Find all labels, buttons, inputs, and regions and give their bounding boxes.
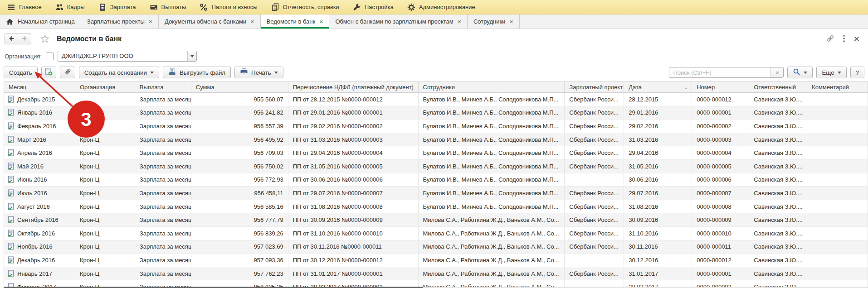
- cell-value: Милова С.А., Работкина Ж.Д., Ваньков А.М…: [423, 243, 559, 250]
- menu-item-settings[interactable]: Настройка: [353, 3, 394, 11]
- favorite-star-icon[interactable]: [40, 34, 49, 43]
- table-row[interactable]: Февраль 2016Крон-ЦЗарплата за месяц956 5…: [4, 120, 868, 133]
- table-row[interactable]: Апрель 2016Крон-ЦЗарплата за месяц956 70…: [4, 146, 868, 160]
- cell-comment: [807, 187, 868, 200]
- create-button[interactable]: Создать: [4, 67, 38, 78]
- menu-item-salary[interactable]: Зарплата: [98, 3, 136, 11]
- tab-close-icon[interactable]: ×: [149, 19, 152, 25]
- table-row[interactable]: Октябрь 2016Крон-ЦЗарплата за месяц956 8…: [4, 227, 868, 240]
- tab-bank-exchange-docs[interactable]: Документы обмена с банками×: [159, 14, 260, 29]
- attachments-button[interactable]: [60, 67, 75, 78]
- table-row[interactable]: Август 2016Крон-ЦЗарплата за месяц956 58…: [4, 200, 868, 214]
- cell-value: 29.02.2016: [629, 123, 658, 130]
- posted-document-icon: [8, 109, 15, 116]
- back-button[interactable]: [5, 34, 18, 44]
- tab-close-icon[interactable]: ×: [250, 19, 254, 25]
- cell-responsible: Савинская З.Ю....: [749, 146, 807, 159]
- cell-comment: [807, 200, 868, 213]
- tab-bank-statements[interactable]: Ведомости в банк×: [261, 14, 330, 29]
- tab-home[interactable]: Начальная страница: [0, 14, 81, 29]
- create-based-on-button[interactable]: Создать на основании: [79, 67, 159, 78]
- organization-combobox[interactable]: ДЖИНДЖЕР ГРУПП ООО: [58, 51, 197, 62]
- menu-item-hr[interactable]: Кадры: [55, 3, 85, 11]
- cell-comment: [807, 267, 868, 280]
- table-row[interactable]: Ноябрь 2016Крон-ЦЗарплата за месяц957 02…: [4, 240, 868, 254]
- print-button[interactable]: Печать: [234, 67, 283, 78]
- tab-employees[interactable]: Сотрудники×: [468, 14, 520, 29]
- chevron-down-icon: [838, 72, 841, 74]
- create-new-document-button[interactable]: [41, 67, 56, 78]
- menu-item-admin[interactable]: Администрирование: [407, 3, 475, 11]
- tab-bank-project-exchange[interactable]: Обмен с банками по зарплатным проектам×: [329, 14, 468, 29]
- tab-label: Сотрудники: [473, 18, 505, 25]
- document-plus-icon: [45, 68, 53, 77]
- organization-filter-checkbox[interactable]: [46, 53, 54, 60]
- menu-item-reports[interactable]: Отчетность, справки: [271, 3, 339, 11]
- cell-responsible: Савинская З.Ю....: [749, 93, 807, 106]
- menu-item-main[interactable]: Главное: [7, 3, 42, 11]
- column-header-date[interactable]: Дата↓: [624, 82, 692, 92]
- tab-label: Начальная страница: [18, 18, 75, 25]
- table-row[interactable]: Январь 2016Зарплата за месяц956 241,82ПП…: [4, 106, 868, 120]
- cell-value: Июль 2016: [17, 190, 47, 197]
- cell-value: Крон-Ц: [80, 136, 99, 143]
- cell-number: 0000-000001: [692, 106, 749, 120]
- table-row[interactable]: Сентябрь 2016Крон-ЦЗарплата за месяц956 …: [4, 213, 868, 227]
- column-header-payment[interactable]: Выплата: [135, 82, 191, 92]
- table-row[interactable]: Май 2016Крон-ЦЗарплата за месяц956 750,0…: [4, 160, 868, 173]
- column-header-comment[interactable]: Комментарий: [807, 82, 868, 92]
- cell-value: Сбербанк Росси...: [569, 149, 618, 156]
- table-row[interactable]: Декабрь 2015Зарплата за месяц955 560,07П…: [4, 93, 868, 106]
- cell-value: Декабрь 2015: [17, 96, 55, 103]
- link-icon[interactable]: [826, 34, 834, 44]
- cell-value: 956 458,11: [254, 190, 283, 197]
- column-header-number[interactable]: Номер: [692, 82, 749, 92]
- posted-document-icon: [8, 243, 15, 250]
- table-row[interactable]: Июль 2016Крон-ЦЗарплата за месяц956 458,…: [4, 187, 868, 200]
- cell-org: Крон-Ц: [75, 187, 135, 200]
- column-header-responsible[interactable]: Ответственный: [749, 82, 807, 92]
- cell-responsible: Савинская З.Ю....: [749, 227, 807, 240]
- posted-document-icon: [8, 176, 15, 183]
- clear-search-button[interactable]: ×: [770, 67, 783, 77]
- table-row[interactable]: Январь 2017Крон-ЦЗарплата за месяц957 76…: [4, 267, 868, 281]
- help-button[interactable]: ?: [850, 67, 864, 78]
- more-actions-button[interactable]: Еще: [816, 67, 846, 78]
- cell-pp: ПП от 31.03.2016 №0000-000003: [288, 133, 419, 146]
- cell-employees: Милова С.А., Работкина Ж.Д., Ваньков А.М…: [419, 213, 565, 226]
- cell-value: 0000-000012: [697, 96, 731, 103]
- column-header-sum[interactable]: Сумма: [191, 82, 288, 92]
- cell-org: Крон-Ц: [75, 160, 135, 173]
- tab-close-icon[interactable]: ×: [509, 19, 513, 25]
- search-options-button[interactable]: [787, 67, 813, 78]
- forward-button[interactable]: [18, 34, 31, 44]
- more-menu-icon[interactable]: [843, 34, 845, 44]
- column-header-employees[interactable]: Сотрудники: [419, 82, 565, 92]
- table-row[interactable]: Июнь 2016Крон-ЦЗарплата за месяц956 772,…: [4, 173, 868, 187]
- cell-value: Зарплата за месяц: [140, 123, 191, 130]
- cell-org: Крон-Ц: [75, 173, 135, 187]
- close-form-icon[interactable]: ✕: [853, 35, 860, 43]
- column-header-project[interactable]: Зарплатный проект: [565, 82, 624, 92]
- table-row[interactable]: Декабрь 2016Крон-ЦЗарплата за месяц957 0…: [4, 254, 868, 267]
- cell-value: Савинская З.Ю....: [754, 96, 803, 103]
- column-header-pp[interactable]: Перечисление НДФЛ (платежный документ): [288, 82, 419, 92]
- tab-close-icon[interactable]: ×: [458, 19, 461, 25]
- organization-dropdown-button[interactable]: [187, 51, 196, 61]
- cell-value: Сбербанк Росси...: [569, 163, 618, 170]
- table-row[interactable]: Март 2016Крон-ЦЗарплата за месяц956 495,…: [4, 133, 868, 147]
- upload-file-button[interactable]: Выгрузить файл: [163, 67, 231, 78]
- menu-item-taxes[interactable]: Налоги и взносы: [200, 3, 257, 11]
- cell-value: 956 839,26: [254, 230, 283, 237]
- search-input[interactable]: [669, 67, 770, 77]
- cell-value: 0000-000002: [697, 123, 731, 130]
- cell-value: Зарплата за месяц: [140, 257, 191, 264]
- menu-item-payments[interactable]: Выплаты: [150, 3, 186, 11]
- tab-salary-projects[interactable]: Зарплатные проекты×: [81, 14, 159, 29]
- column-header-month[interactable]: Месяц: [4, 82, 75, 92]
- cell-payment: Зарплата за месяц: [135, 93, 191, 106]
- column-header-org[interactable]: Организация: [75, 82, 135, 92]
- chevron-down-icon: [190, 55, 194, 58]
- cell-value: Крон-Ц: [80, 163, 99, 170]
- tab-close-icon[interactable]: ×: [319, 19, 323, 25]
